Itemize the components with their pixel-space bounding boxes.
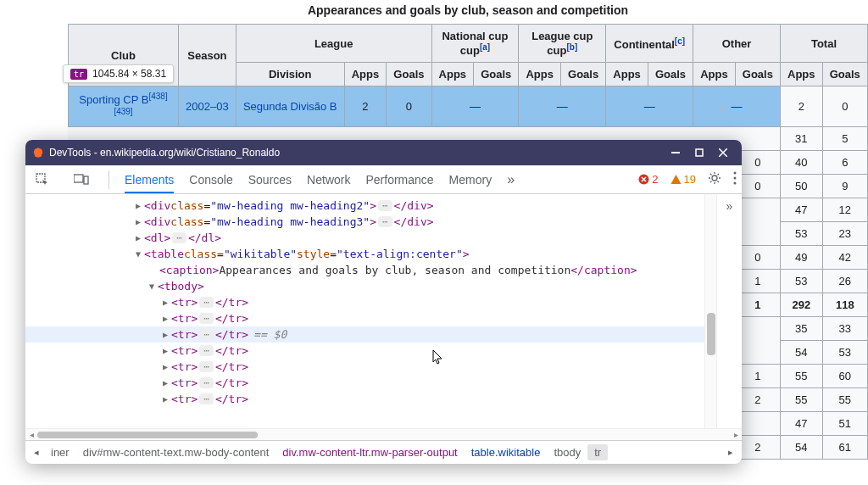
crumb[interactable]: tbody	[547, 444, 587, 460]
maximize-button[interactable]	[687, 144, 711, 161]
th-other: Other	[693, 25, 781, 63]
minimize-button[interactable]	[664, 144, 687, 161]
cell-dash: —	[519, 86, 606, 127]
svg-point-9	[734, 172, 737, 175]
table-caption: Appearances and goals by club, season an…	[68, 0, 868, 24]
highlighted-row[interactable]: Sporting CP B[438][439] 2002–03 Segunda …	[69, 86, 868, 127]
crumb[interactable]: div.mw-content-ltr.mw-parser-output	[275, 444, 464, 460]
cell-league-goals: 0	[387, 86, 431, 127]
crumb[interactable]: div#mw-content-text.mw-body-content	[76, 444, 276, 460]
crumb-scroll-left[interactable]: ◂	[29, 447, 44, 458]
th-season: Season	[179, 25, 236, 86]
devtools-titlebar[interactable]: DevTools - en.wikipedia.org/wiki/Cristia…	[25, 140, 742, 165]
th-league: League	[236, 25, 431, 63]
crumb-selected[interactable]: tr	[587, 444, 608, 460]
th-league-cup: League cupcup[b]	[519, 25, 606, 63]
tab-performance[interactable]: Performance	[365, 173, 433, 187]
tab-elements[interactable]: Elements	[125, 173, 174, 187]
cell-league-apps: 2	[344, 86, 387, 127]
th-apps: Apps	[431, 63, 474, 86]
th-continental: Continental[c]	[606, 25, 693, 63]
error-badge[interactable]: 2	[638, 173, 658, 186]
svg-rect-1	[696, 149, 703, 156]
tab-memory[interactable]: Memory	[449, 173, 492, 187]
styles-pane-collapsed[interactable]: »	[716, 194, 742, 428]
th-total: Total	[780, 25, 867, 63]
th-apps: Apps	[344, 63, 387, 86]
cell-dash: —	[431, 86, 519, 127]
devtools-window[interactable]: DevTools - en.wikipedia.org/wiki/Cristia…	[25, 140, 742, 464]
cell-season[interactable]: 2002–03	[179, 86, 236, 127]
tab-more[interactable]: »	[507, 172, 515, 187]
cell-total-goals: 0	[822, 86, 867, 127]
th-goals: Goals	[561, 63, 606, 86]
vertical-scrollbar[interactable]	[704, 194, 716, 428]
svg-point-11	[734, 182, 737, 185]
elements-tree[interactable]: ▶<div class="mw-heading mw-heading2">⋯</…	[25, 194, 716, 428]
svg-rect-6	[84, 176, 88, 184]
th-goals: Goals	[735, 63, 780, 86]
tab-sources[interactable]: Sources	[248, 173, 292, 187]
devtools-title: DevTools - en.wikipedia.org/wiki/Cristia…	[49, 147, 280, 159]
horizontal-scroll-thumb[interactable]	[37, 432, 258, 438]
th-apps: Apps	[693, 63, 736, 86]
crumb-scroll-right[interactable]: ▸	[723, 447, 738, 458]
th-apps: Apps	[519, 63, 561, 86]
devtools-body: ▶<div class="mw-heading mw-heading2">⋯</…	[25, 194, 742, 428]
horizontal-scrollbar[interactable]: ◂ ▸	[25, 428, 742, 440]
crumb[interactable]: iner	[44, 444, 76, 460]
cell-total-apps: 2	[780, 86, 822, 127]
selected-tree-node[interactable]: ▶<tr>⋯</tr>== $0	[25, 326, 716, 343]
th-goals: Goals	[387, 63, 431, 86]
inspect-size: 1045.84 × 58.31	[92, 68, 166, 80]
close-button[interactable]	[711, 144, 735, 161]
tab-console[interactable]: Console	[189, 173, 232, 187]
svg-rect-5	[74, 175, 83, 182]
device-icon[interactable]	[70, 174, 93, 186]
th-goals: Goals	[822, 63, 867, 86]
cell-dash: —	[693, 86, 781, 127]
brave-icon	[32, 147, 44, 159]
th-division: Division	[236, 63, 344, 86]
breadcrumb[interactable]: ◂ iner div#mw-content-text.mw-body-conte…	[25, 440, 742, 464]
header-row-1: Club Season League National cupcup[a] Le…	[69, 25, 868, 63]
gear-icon[interactable]	[708, 171, 721, 187]
chevron-right-icon[interactable]: »	[726, 199, 733, 213]
inspect-tag: tr	[70, 69, 87, 80]
cell-dash: —	[606, 86, 693, 127]
th-apps: Apps	[780, 63, 822, 86]
svg-point-10	[734, 177, 737, 180]
scroll-left-icon[interactable]: ◂	[25, 430, 37, 439]
th-apps: Apps	[606, 63, 648, 86]
kebab-icon[interactable]	[733, 171, 737, 187]
th-national-cup: National cupcup[a]	[431, 25, 519, 63]
inspect-icon[interactable]	[31, 173, 54, 187]
inspect-tooltip: tr 1045.84 × 58.31	[63, 64, 174, 83]
crumb[interactable]: table.wikitable	[465, 444, 548, 460]
warning-badge[interactable]: 19	[670, 173, 696, 186]
th-goals: Goals	[474, 63, 519, 86]
svg-point-8	[712, 176, 717, 181]
devtools-tabbar: Elements Console Sources Network Perform…	[25, 165, 742, 194]
scroll-right-icon[interactable]: ▸	[730, 430, 742, 439]
cell-club[interactable]: Sporting CP B[438][439]	[69, 86, 179, 127]
tab-network[interactable]: Network	[307, 173, 350, 187]
cell-division[interactable]: Segunda Divisão B	[236, 86, 344, 127]
th-goals: Goals	[648, 63, 693, 86]
vertical-scroll-thumb[interactable]	[707, 313, 715, 355]
